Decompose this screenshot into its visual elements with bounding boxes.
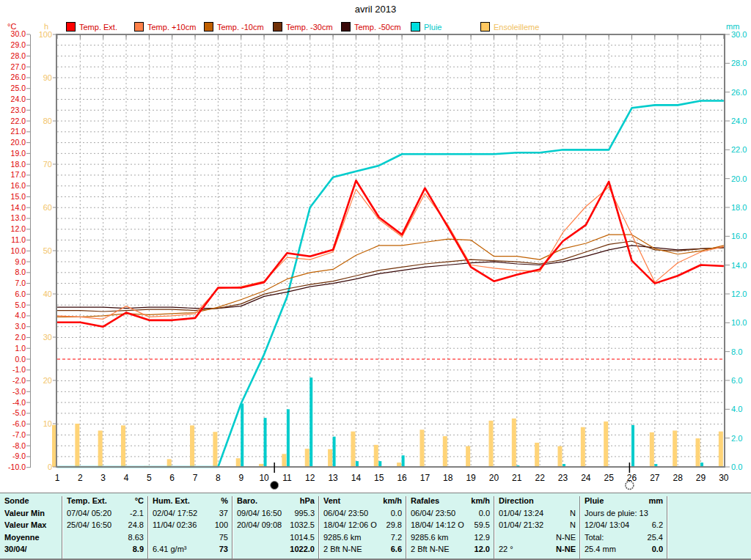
temp-axis-label: 14.0 (11, 203, 26, 212)
sun-bar (557, 446, 562, 467)
table-cell: Baro. (237, 496, 257, 505)
table-cell: Rafales (411, 496, 439, 505)
day-label: 12 (305, 473, 315, 483)
table-row: Temp. Ext.°C (67, 496, 144, 509)
table-group-temp-ext-: Temp. Ext.°C07/04/ 05:20-2.125/04/ 16:50… (62, 496, 147, 559)
table-group-vent: Ventkm/h06/04/ 23:500.018/04/ 12:06 O29.… (318, 496, 406, 559)
table-value: N (570, 509, 576, 517)
table-row: Direction (499, 496, 576, 509)
table-group-baro-: Baro.hPa09/04/ 16:50995.320/04/ 09:08103… (232, 496, 318, 559)
rain-axis-label: 8.0 (731, 347, 742, 356)
sun-axis-label: 30 (43, 333, 52, 342)
table-value: 12.9 (475, 533, 490, 542)
sun-axis-label: 50 (43, 246, 52, 255)
day-label: 21 (512, 473, 522, 483)
table-cell: 25.4 mm (585, 545, 616, 553)
table-row: Rafaleskm/h (411, 496, 490, 509)
sun-bar (719, 432, 723, 467)
temp-axis-label: -1.0 (12, 365, 26, 374)
temp-axis-label: 6.0 (15, 290, 26, 298)
table-cell: 07/04/ 05:20 (67, 509, 111, 517)
rain-axis-label: 2.0 (731, 434, 742, 443)
day-label: 2 (78, 473, 83, 483)
rain-bar (264, 418, 267, 467)
table-row: 06/04/ 23:500.0 (411, 509, 490, 521)
table-row: 25.4 mm0.0 (585, 545, 663, 557)
sun-bar (581, 427, 585, 467)
day-label: 14 (351, 473, 362, 483)
chart-plot: -10.0-9.0-8.0-7.0-6.0-5.0-4.0-3.0-2.0-1.… (0, 0, 751, 493)
day-label: 5 (147, 473, 152, 483)
temp-axis-label: -2.0 (12, 376, 26, 385)
table-row: 6.41 g/m³73 (153, 545, 228, 557)
rain-axis-label: 28.0 (731, 59, 747, 67)
table-value: 8.63 (128, 533, 144, 542)
day-label: 9 (238, 473, 243, 483)
table-value: 73 (219, 545, 228, 553)
table-value: 29.8 (387, 520, 402, 529)
temp-axis-label: 15.0 (11, 192, 26, 201)
sun-axis-label: 100 (39, 30, 52, 39)
table-row: 09/04/ 16:50995.3 (237, 509, 315, 521)
day-label: 25 (604, 473, 614, 483)
table-row: Baro.hPa (237, 496, 315, 509)
table-row: N-NE (499, 533, 576, 545)
table-row: 1022.0 (237, 545, 315, 557)
sun-bar (213, 432, 217, 467)
rain-bar (402, 455, 405, 467)
table-row: 07/04/ 05:20-2.1 (67, 509, 144, 521)
new-moon-icon (271, 482, 279, 490)
temp-axis-label: 22.0 (11, 117, 26, 125)
table-cell: 30/04/ (4, 545, 27, 553)
sun-bar (673, 430, 677, 467)
table-group-pluie: PluiemmJours de pluie: 1312/04/ 13:046.2… (579, 496, 667, 559)
temp-axis-label: 17.0 (11, 170, 26, 179)
temp-axis-label: 4.0 (15, 311, 26, 320)
table-row: 18/04/ 12:06 O29.8 (323, 520, 402, 533)
table-value: km/h (471, 496, 490, 505)
table-row: 75 (153, 533, 228, 545)
day-label: 19 (466, 473, 476, 483)
table-row: 2 Bft N-NE6.6 (323, 545, 402, 557)
table-cell: Pluie (585, 496, 604, 505)
table-cell: 6.41 g/m³ (153, 545, 186, 553)
day-label: 4 (124, 473, 129, 483)
stats-table: SondeValeur MinValeur MaxMoyenne30/04/Te… (0, 493, 751, 560)
table-row: Moyenne (4, 533, 58, 545)
day-label: 8 (216, 473, 221, 483)
table-row: 9285.6 km7.2 (323, 533, 402, 545)
sun-bar (121, 425, 125, 467)
table-cell: 01/04/ 21:32 (499, 520, 543, 529)
table-cell: 18/04/ 12:06 O (323, 520, 377, 529)
table-cell: Valeur Max (4, 520, 46, 529)
temp-axis-label: 3.0 (15, 322, 26, 331)
table-value: km/h (383, 496, 402, 505)
table-cell: 09/04/ 16:50 (237, 509, 282, 517)
temp-axis-label: -5.0 (12, 408, 26, 417)
day-label: 10 (259, 473, 269, 483)
day-label: 16 (397, 473, 407, 483)
day-label: 11 (282, 473, 292, 483)
table-row: Total:25.4 (585, 533, 663, 545)
weather-chart-window: avril 2013 Temp. Ext.Temp. +10cmTemp. -1… (0, 0, 751, 560)
table-row-labels: SondeValeur MinValeur MaxMoyenne30/04/ (0, 496, 62, 559)
day-label: 23 (558, 473, 568, 483)
sun-axis-label: 90 (43, 73, 52, 82)
temp-axis-label: 20.0 (11, 138, 26, 147)
table-value: 8.9 (133, 545, 144, 553)
table-row: 1014.5 (237, 533, 315, 545)
table-value: 75 (219, 533, 228, 542)
table-value: mm (648, 496, 663, 505)
table-row: 06/04/ 23:500.0 (323, 509, 402, 521)
table-cell: Hum. Ext. (153, 496, 190, 505)
day-label: 29 (696, 473, 706, 483)
temp-axis-label: 2.0 (15, 333, 26, 342)
table-row: 02/04/ 17:5237 (153, 509, 228, 521)
table-value: N (570, 520, 576, 529)
rain-bar (287, 409, 290, 467)
table-row: Sonde (4, 496, 58, 509)
rain-axis-label: 6.0 (731, 376, 742, 385)
sun-bar (167, 459, 172, 467)
temp-axis-label: 25.0 (11, 84, 26, 92)
temp-axis-label: 7.0 (15, 279, 26, 287)
